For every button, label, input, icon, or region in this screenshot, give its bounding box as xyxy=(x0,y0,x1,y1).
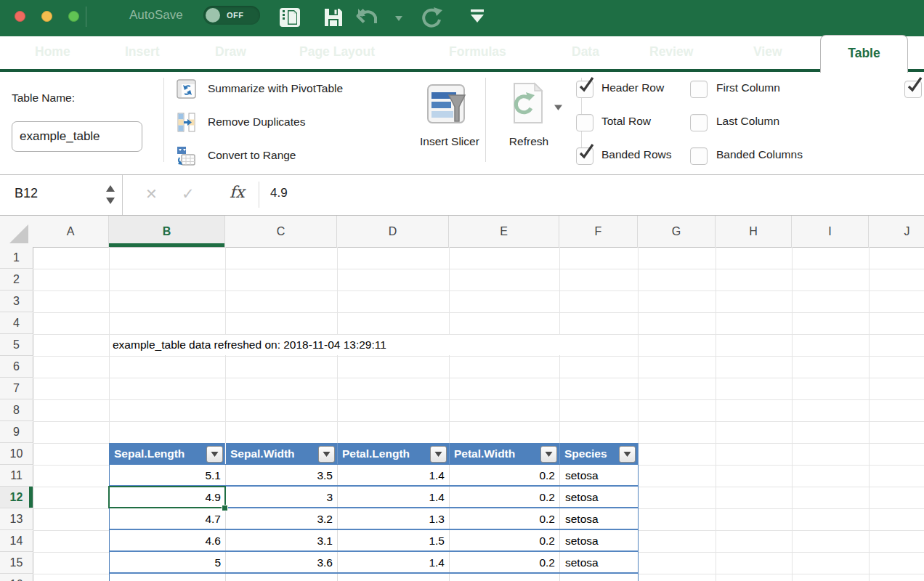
cell-D12[interactable]: 1.4 xyxy=(338,487,450,508)
cell-E14[interactable]: 0.2 xyxy=(450,530,560,552)
cell-F16[interactable]: setosa xyxy=(560,574,639,581)
row-header-1[interactable]: 1 xyxy=(0,247,33,269)
cell-E15[interactable]: 0.2 xyxy=(450,552,560,574)
autosave-toggle[interactable]: OFF xyxy=(203,6,260,25)
cell-B13[interactable]: 4.7 xyxy=(110,508,226,530)
convert-to-range-button[interactable]: Convert to Range xyxy=(177,145,296,166)
cell-B16[interactable]: 5.4 xyxy=(110,574,226,581)
total-row-checkbox[interactable] xyxy=(576,114,593,131)
cell-C15[interactable]: 3.6 xyxy=(226,552,338,574)
table-header-petal-length[interactable]: Petal.Length xyxy=(338,443,450,465)
cell-E11[interactable]: 0.2 xyxy=(450,465,560,487)
select-all-corner[interactable] xyxy=(0,216,33,248)
confirm-entry-icon[interactable]: ✓ xyxy=(182,185,195,203)
row-header-8[interactable]: 8 xyxy=(0,399,33,421)
row-header-9[interactable]: 9 xyxy=(0,421,33,443)
cell-C12[interactable]: 3 xyxy=(226,487,338,508)
banded-columns-checkbox[interactable] xyxy=(690,147,708,165)
row-header-7[interactable]: 7 xyxy=(0,378,33,399)
col-header-H[interactable]: H xyxy=(716,216,792,248)
cell-F14[interactable]: setosa xyxy=(560,530,639,552)
cell-E16[interactable]: 0.4 xyxy=(450,574,560,581)
cell-D15[interactable]: 1.4 xyxy=(338,552,450,574)
cell-C14[interactable]: 3.1 xyxy=(226,530,338,552)
cell-F11[interactable]: setosa xyxy=(560,465,639,487)
col-header-I[interactable]: I xyxy=(792,216,869,248)
tab-review[interactable]: Review xyxy=(649,35,693,69)
name-box-down-arrow[interactable] xyxy=(106,198,115,204)
refresh-menu-caret-icon[interactable] xyxy=(554,101,563,114)
tab-view[interactable]: View xyxy=(753,35,782,69)
col-header-C[interactable]: C xyxy=(225,216,337,248)
filter-button-checkbox[interactable] xyxy=(904,81,922,98)
minimize-window-button[interactable] xyxy=(41,11,52,22)
table-header-petal-width[interactable]: Petal.Width xyxy=(450,443,560,465)
row-header-11[interactable]: 11 xyxy=(0,465,33,487)
row-header-6[interactable]: 6 xyxy=(0,356,33,378)
row-header-14[interactable]: 14 xyxy=(0,530,33,552)
row-header-13[interactable]: 13 xyxy=(0,508,33,530)
undo-menu-caret-icon[interactable] xyxy=(394,12,403,25)
col-header-E[interactable]: E xyxy=(449,216,559,248)
last-column-checkbox[interactable] xyxy=(690,114,708,131)
tab-draw[interactable]: Draw xyxy=(215,35,246,69)
cell-D16[interactable]: 1.7 xyxy=(338,574,450,581)
insert-slicer-button[interactable] xyxy=(426,84,469,130)
cell-C13[interactable]: 3.2 xyxy=(226,508,338,530)
header-row-checkbox[interactable] xyxy=(576,81,593,98)
refresh-button[interactable] xyxy=(507,81,546,130)
cell-D14[interactable]: 1.5 xyxy=(338,530,450,552)
table-header-sepal-length[interactable]: Sepal.Length xyxy=(110,443,225,465)
cell-F15[interactable]: setosa xyxy=(560,552,639,574)
tab-home[interactable]: Home xyxy=(35,35,70,69)
formula-input[interactable]: 4.9 xyxy=(270,186,288,200)
row-header-2[interactable]: 2 xyxy=(0,269,33,290)
cell-B14[interactable]: 4.6 xyxy=(110,530,226,552)
filter-button-sepal-width[interactable] xyxy=(318,446,335,463)
filter-button-petal-width[interactable] xyxy=(540,446,557,463)
cell-D13[interactable]: 1.3 xyxy=(338,508,450,530)
cell-F13[interactable]: setosa xyxy=(560,508,639,530)
filter-button-species[interactable] xyxy=(619,446,636,463)
tab-data[interactable]: Data xyxy=(572,35,599,69)
collapse-toolbar-icon[interactable] xyxy=(469,9,486,26)
filter-button-sepal-length[interactable] xyxy=(206,446,223,463)
cell-b5-note[interactable]: example_table data refreshed on: 2018-11… xyxy=(110,335,562,355)
row-header-3[interactable]: 3 xyxy=(0,290,33,312)
row-header-12[interactable]: 12 xyxy=(0,487,33,508)
row-header-5[interactable]: 5 xyxy=(0,334,33,356)
redo-icon[interactable] xyxy=(419,6,444,32)
cell-E12[interactable]: 0.2 xyxy=(450,487,560,508)
name-box-up-arrow[interactable] xyxy=(106,185,115,192)
cell-E13[interactable]: 0.2 xyxy=(450,508,560,530)
new-workbook-icon[interactable] xyxy=(278,6,301,32)
col-header-G[interactable]: G xyxy=(638,216,716,248)
summarize-with-pivottable-button[interactable]: Summarize with PivotTable xyxy=(177,78,343,99)
name-box[interactable]: B12 xyxy=(0,175,123,215)
row-header-10[interactable]: 10 xyxy=(0,443,33,465)
table-header-species[interactable]: Species xyxy=(560,443,639,465)
insert-function-icon[interactable]: fx xyxy=(230,183,245,201)
cell-F12[interactable]: setosa xyxy=(560,487,639,508)
col-header-B[interactable]: B xyxy=(109,216,225,248)
selection-fill-handle[interactable] xyxy=(222,505,228,511)
filter-button-petal-length[interactable] xyxy=(430,446,447,463)
row-header-15[interactable]: 15 xyxy=(0,552,33,574)
tab-insert[interactable]: Insert xyxy=(125,35,160,69)
cell-B11[interactable]: 5.1 xyxy=(110,465,226,487)
zoom-window-button[interactable] xyxy=(68,11,79,22)
remove-duplicates-button[interactable]: Remove Duplicates xyxy=(177,112,305,132)
col-header-D[interactable]: D xyxy=(337,216,449,248)
cell-B15[interactable]: 5 xyxy=(110,552,226,574)
row-header-16[interactable]: 16 xyxy=(0,574,33,581)
first-column-checkbox[interactable] xyxy=(690,81,708,98)
cancel-entry-icon[interactable]: ✕ xyxy=(145,185,158,203)
col-header-A[interactable]: A xyxy=(33,216,109,248)
cell-C16[interactable]: 3.9 xyxy=(226,574,338,581)
table-name-input[interactable] xyxy=(12,121,142,152)
tab-page-layout[interactable]: Page Layout xyxy=(299,35,375,69)
row-header-4[interactable]: 4 xyxy=(0,312,33,334)
save-icon[interactable] xyxy=(322,6,345,32)
banded-rows-checkbox[interactable] xyxy=(576,147,593,165)
tab-formulas[interactable]: Formulas xyxy=(449,35,506,69)
